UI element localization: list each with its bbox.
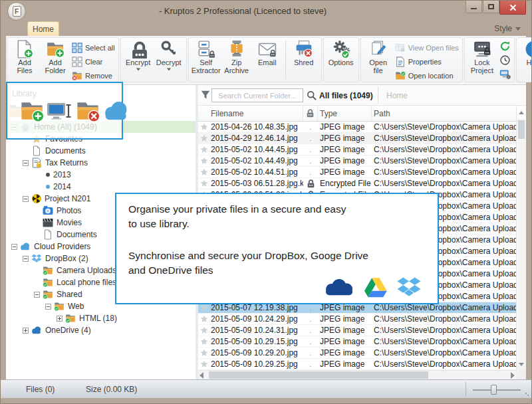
table-row[interactable]: 2015-04-29 12.46.14.jpg.JPEG imageC:\Use… bbox=[198, 133, 516, 144]
star-row-icon[interactable] bbox=[200, 349, 208, 357]
zip-archive-button[interactable]: ZipArchive bbox=[221, 39, 252, 74]
help-button[interactable]: ?Help bbox=[519, 39, 532, 71]
table-row[interactable]: 2015-04-26 10.48.35.jpg.JPEG imageC:\Use… bbox=[198, 122, 516, 133]
horizontal-scrollbar[interactable] bbox=[198, 370, 516, 379]
tree-item-label: Photos bbox=[57, 206, 81, 215]
history-clock-button[interactable] bbox=[499, 54, 512, 67]
table-row[interactable]: 2015-05-09 10.24.31.jpg.JPEG imageC:\Use… bbox=[198, 325, 516, 336]
shred-button[interactable]: Shred bbox=[289, 39, 319, 66]
row-star-cell[interactable] bbox=[198, 133, 209, 144]
expand-toggle-icon[interactable] bbox=[11, 244, 17, 250]
row-star-cell[interactable] bbox=[198, 348, 209, 358]
expand-toggle-icon[interactable] bbox=[34, 292, 40, 298]
add-files-button[interactable]: AddFiles bbox=[9, 39, 40, 74]
table-row[interactable]: 2015-05-02 10.44.51.jpg.JPEG imageC:\Use… bbox=[198, 167, 516, 178]
star-row-icon[interactable] bbox=[200, 304, 208, 312]
filter-funnel-icon[interactable] bbox=[201, 90, 210, 100]
star-row-icon[interactable] bbox=[200, 315, 208, 323]
table-row[interactable]: 2015-05-09 10.29.20.jpg.JPEG imageC:\Use… bbox=[198, 348, 516, 359]
table-row[interactable]: 2015-05-09 10.24.29.jpg.JPEG imageC:\Use… bbox=[198, 314, 516, 325]
button-label: ZipArchive bbox=[224, 58, 249, 74]
email-button[interactable]: Email bbox=[252, 39, 283, 66]
column-header-lock[interactable] bbox=[303, 106, 318, 121]
scroll-left-icon[interactable] bbox=[200, 372, 203, 379]
column-header-type[interactable]: Type bbox=[318, 106, 372, 121]
maximize-button[interactable] bbox=[483, 1, 499, 13]
expand-toggle-icon[interactable] bbox=[45, 304, 51, 310]
refresh-button[interactable] bbox=[499, 41, 512, 53]
search-input[interactable] bbox=[211, 88, 303, 102]
column-header-filename[interactable]: Filename bbox=[209, 106, 303, 121]
select-all-button[interactable]: Select all bbox=[70, 41, 116, 54]
row-star-cell[interactable] bbox=[198, 122, 209, 132]
tree-item-2014[interactable]: 2014 bbox=[6, 181, 196, 193]
close-button[interactable] bbox=[499, 1, 526, 15]
table-row[interactable]: 2015-05-03 06.51.28.jpg.k2pEncrypted Fil… bbox=[198, 178, 516, 189]
remove-button[interactable]: Remove bbox=[70, 68, 116, 82]
row-star-cell[interactable] bbox=[198, 155, 209, 166]
star-row-icon[interactable] bbox=[200, 146, 208, 153]
search-icon[interactable] bbox=[307, 90, 317, 100]
add-folder-button[interactable]: AddFolder bbox=[40, 39, 70, 74]
table-row[interactable]: 2015-05-09 10.29.25.jpg.JPEG imageC:\Use… bbox=[198, 359, 516, 370]
clear-button[interactable]: Clear bbox=[70, 54, 116, 68]
scroll-right-icon[interactable] bbox=[511, 372, 515, 379]
star-row-icon[interactable] bbox=[200, 134, 208, 142]
options-button[interactable]: Options bbox=[326, 39, 356, 66]
ribbon-group-1: EncryptDecrypt bbox=[120, 37, 187, 82]
scroll-down-button[interactable] bbox=[517, 358, 526, 370]
star-row-icon[interactable] bbox=[200, 326, 208, 334]
open-location-button[interactable]: Open location bbox=[394, 68, 460, 82]
row-star-cell[interactable] bbox=[198, 336, 209, 347]
encrypt-button[interactable]: Encrypt bbox=[123, 39, 154, 71]
row-star-cell[interactable] bbox=[198, 144, 209, 155]
expand-toggle-icon[interactable] bbox=[57, 316, 63, 322]
lock-project-button[interactable]: LockProject bbox=[467, 39, 497, 74]
star-row-icon[interactable] bbox=[200, 338, 208, 346]
resize-grip[interactable] bbox=[525, 392, 529, 397]
decrypt-button[interactable]: Decrypt bbox=[154, 39, 184, 71]
minimize-button[interactable] bbox=[466, 1, 482, 13]
expand-toggle-icon[interactable] bbox=[23, 196, 29, 202]
zoom-slider-track[interactable] bbox=[473, 389, 521, 391]
view-open-files-button[interactable]: View Open files bbox=[394, 41, 460, 54]
zoom-slider-thumb[interactable] bbox=[491, 385, 497, 395]
table-row[interactable]: 2015-05-02 10.44.49.jpg.JPEG imageC:\Use… bbox=[198, 155, 516, 167]
tree-item-html-18[interactable]: HTML (18) bbox=[6, 312, 196, 324]
row-star-cell[interactable] bbox=[198, 178, 209, 189]
star-row-icon[interactable] bbox=[200, 168, 208, 176]
vertical-scrollbar[interactable] bbox=[516, 106, 526, 370]
star-row-icon[interactable] bbox=[200, 179, 208, 187]
open-file-button[interactable]: Openfile bbox=[363, 39, 394, 74]
row-star-cell[interactable] bbox=[198, 325, 209, 336]
row-lock-cell: . bbox=[303, 348, 318, 358]
row-star-cell[interactable] bbox=[198, 314, 209, 324]
style-dropdown[interactable]: Style bbox=[494, 24, 521, 33]
properties-button[interactable]: Properties bbox=[394, 54, 460, 68]
column-header-star[interactable] bbox=[198, 106, 209, 121]
row-star-cell[interactable] bbox=[198, 167, 209, 177]
library-tools-callout bbox=[6, 82, 123, 140]
horizontal-scroll-thumb[interactable] bbox=[209, 371, 428, 379]
self-extractor-button[interactable]: SelfExtractor bbox=[191, 39, 221, 74]
expand-toggle-icon[interactable] bbox=[23, 328, 29, 334]
star-row-icon[interactable] bbox=[200, 157, 208, 165]
tab-home[interactable]: Home bbox=[27, 21, 59, 36]
star-row-icon[interactable] bbox=[200, 360, 208, 368]
vertical-scroll-thumb[interactable] bbox=[518, 120, 525, 139]
star-row-icon[interactable] bbox=[200, 123, 208, 131]
table-row[interactable]: 2015-05-09 10.29.15.jpg.JPEG imageC:\Use… bbox=[198, 336, 516, 348]
tree-item-documents[interactable]: Documents bbox=[6, 145, 196, 157]
tree-item-tax-returns[interactable]: Tax Returns bbox=[6, 157, 196, 169]
table-row[interactable]: 2015-05-02 10.44.45.jpg.JPEG imageC:\Use… bbox=[198, 144, 516, 155]
screen-settings-button[interactable] bbox=[499, 68, 512, 81]
expand-toggle-icon[interactable] bbox=[23, 160, 29, 166]
expand-toggle-icon[interactable] bbox=[23, 256, 29, 262]
folder-remove-large-icon bbox=[75, 100, 100, 122]
tree-item-2013[interactable]: 2013 bbox=[6, 169, 196, 181]
tree-item-onedrive-4[interactable]: OneDrive (4) bbox=[6, 324, 196, 336]
scroll-up-button[interactable] bbox=[517, 106, 526, 119]
app-menu-button[interactable]: F bbox=[7, 2, 26, 21]
column-header-path[interactable]: Path bbox=[372, 106, 516, 121]
row-star-cell[interactable] bbox=[198, 359, 209, 369]
